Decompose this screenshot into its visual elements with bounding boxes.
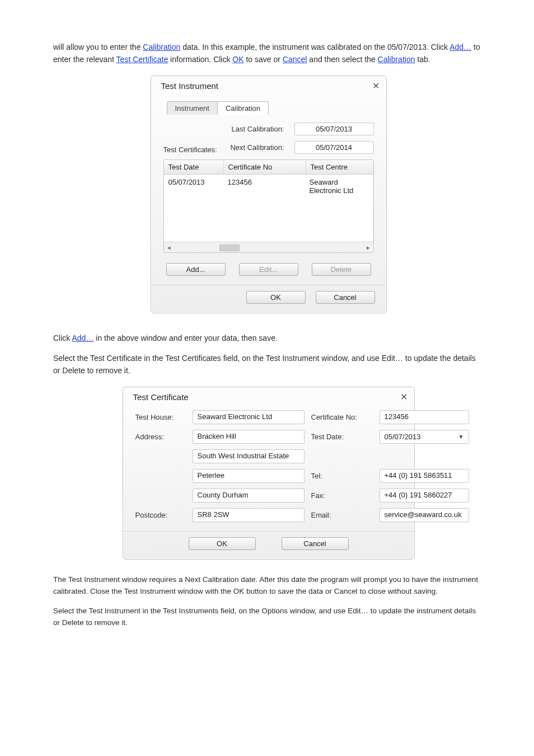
intro-text2: data. In this example, the instrument wa… (182, 43, 449, 51)
input-test-house[interactable]: Seaward Electronic Ltd (193, 410, 305, 424)
intro-link-add[interactable]: Add… (449, 43, 471, 51)
input-address-4[interactable]: County Durham (193, 489, 305, 503)
intro-link-cancel[interactable]: Cancel (283, 55, 307, 64)
input-test-date[interactable]: 05/07/2013 ▼ (380, 430, 469, 444)
cell-certificate-no: 123456 (223, 175, 305, 198)
tab-instrument[interactable]: Instrument (167, 101, 218, 115)
next-calibration-label: Next Calibration: (223, 143, 284, 152)
close-icon[interactable]: ✕ (372, 81, 380, 91)
label-email: Email: (311, 511, 373, 519)
last-calibration-label: Last Calibration: (231, 125, 284, 133)
label-fax: Fax: (311, 491, 373, 500)
label-certificate-no: Certificate No: (311, 413, 373, 421)
dialog-title: Test Instrument (161, 81, 219, 91)
test-instrument-dialog: Test Instrument ✕ Instrument Calibration… (151, 76, 387, 313)
mid-text-a: Click (53, 334, 72, 342)
label-postcode: Postcode: (135, 511, 186, 519)
input-certificate-no[interactable]: 123456 (380, 410, 469, 424)
bottom-text-1: The Test Instrument window requires a Ne… (53, 574, 484, 598)
intro-text6: and then select the (309, 55, 377, 64)
col-header-certificate-no[interactable]: Certificate No (224, 160, 306, 174)
test-date-value: 05/07/2013 (385, 433, 421, 441)
next-calibration-value[interactable]: 05/07/2014 (294, 141, 374, 154)
scroll-thumb[interactable] (219, 245, 240, 251)
col-header-test-centre[interactable]: Test Centre (306, 160, 373, 174)
tab-calibration[interactable]: Calibration (217, 101, 269, 115)
input-address-2[interactable]: South West Industrial Estate (193, 449, 305, 463)
input-address-3[interactable]: Peterlee (193, 469, 305, 483)
intro-link-ok[interactable]: OK (232, 55, 243, 64)
ok-button[interactable]: OK (246, 291, 306, 304)
add-button[interactable]: Add... (166, 263, 226, 276)
intro-text: will allow you to enter the (53, 43, 143, 51)
intro-link-calibration[interactable]: Calibration (143, 43, 180, 51)
delete-button[interactable]: Delete (312, 263, 371, 276)
intro-link-test-certificate[interactable]: Test Certificate (116, 55, 168, 64)
label-test-date: Test Date: (311, 433, 373, 441)
cell-test-centre: Seaward Electronic Ltd (305, 175, 373, 198)
mid-text-b: in the above window and enter your data,… (96, 334, 278, 342)
intro-text4: information. Click (170, 55, 232, 64)
scroll-left-icon[interactable]: ◂ (164, 244, 174, 251)
mid-paragraphs: Click Add… in the above window and enter… (53, 332, 484, 377)
test-certificate-dialog: Test Certificate ✕ Test House: Seaward E… (123, 387, 415, 560)
edit-button[interactable]: Edit... (239, 263, 298, 276)
label-tel: Tel: (311, 472, 373, 480)
table-row[interactable]: 05/07/2013 123456 Seaward Electronic Ltd (164, 175, 373, 198)
input-fax[interactable]: +44 (0) 191 5860227 (380, 489, 469, 503)
cancel-button[interactable]: Cancel (316, 291, 375, 304)
last-calibration-value: 05/07/2013 (294, 123, 374, 135)
dialog-title-2: Test Certificate (133, 392, 189, 402)
input-email[interactable]: service@seaward.co.uk (380, 508, 469, 522)
mid-text-2: Select the Test Certificate in the Test … (53, 353, 484, 377)
ok-button[interactable]: OK (189, 537, 256, 550)
intro-text5: to save or (246, 55, 282, 64)
close-icon[interactable]: ✕ (400, 392, 407, 402)
input-address-1[interactable]: Bracken Hill (193, 430, 305, 444)
bottom-paragraphs: The Test Instrument window requires a Ne… (53, 574, 484, 629)
input-tel[interactable]: +44 (0) 191 5863511 (380, 469, 469, 483)
mid-link-add[interactable]: Add… (72, 334, 93, 342)
intro-paragraph: will allow you to enter the Calibration … (53, 41, 484, 65)
cell-test-date: 05/07/2013 (164, 175, 223, 198)
chevron-down-icon[interactable]: ▼ (458, 434, 464, 440)
label-test-house: Test House: (135, 413, 186, 421)
cancel-button[interactable]: Cancel (282, 537, 349, 550)
input-postcode[interactable]: SR8 2SW (193, 508, 305, 522)
col-header-test-date[interactable]: Test Date (164, 160, 224, 174)
scroll-right-icon[interactable]: ▸ (363, 244, 373, 251)
intro-text7: tab. (417, 55, 430, 64)
intro-link-calibration-2[interactable]: Calibration (378, 55, 415, 64)
bottom-text-2: Select the Test Instrument in the Test I… (53, 605, 484, 629)
horizontal-scrollbar[interactable]: ◂ ▸ (164, 242, 373, 252)
label-address: Address: (135, 433, 186, 441)
certificates-table: Test Date Certificate No Test Centre 05/… (163, 159, 374, 253)
